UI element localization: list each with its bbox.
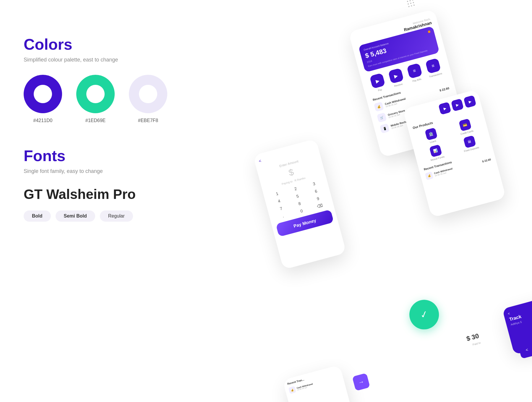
weight-semi-bold[interactable]: Semi Bold — [56, 210, 95, 222]
mockup-scene: Welcome Back, Ramakrishnan Overall Accou… — [160, 0, 532, 402]
arrow-button-1[interactable]: → — [352, 373, 370, 391]
rotation-wrapper: Welcome Back, Ramakrishnan Overall Accou… — [127, 0, 532, 402]
font-name: GT Walsheim Pro — [24, 186, 177, 202]
swatch-green: #1ED69E — [76, 75, 115, 123]
dot-6 — [413, 2, 414, 3]
action-pay-bills[interactable]: ≡ Pay Bills — [406, 63, 424, 83]
tx-amount-0: $ 22.60 — [439, 86, 450, 92]
colors-title: Colors — [24, 35, 177, 53]
dots-pattern — [407, 0, 415, 7]
product-action-2[interactable]: ▶ — [451, 98, 464, 111]
tx-icon-1: 🛒 — [377, 113, 387, 123]
loans-icon[interactable]: 🏦 — [424, 127, 437, 140]
dot-8 — [411, 5, 412, 7]
tx-icon-2: 📱 — [379, 123, 390, 133]
phone-pay: < Enter Amount $ Paying to R Ramku 1 2 3 — [253, 139, 346, 270]
dot-9 — [413, 4, 415, 6]
action-pay[interactable]: ▶ Pay — [369, 73, 387, 93]
pay-label: Pay — [378, 88, 382, 92]
paid-to-label: Paid to — [472, 341, 481, 346]
checkmark-icon: ✓ — [419, 308, 429, 321]
receive-icon: ▶ — [388, 68, 404, 84]
font-weights: Bold Semi Bold Regular — [24, 210, 177, 222]
loans-label: Loans — [429, 140, 436, 144]
swatch-label-purple: #4211D0 — [33, 118, 53, 123]
dot-4 — [408, 3, 409, 5]
dot-7 — [408, 6, 410, 7]
dot-3 — [412, 0, 413, 1]
products-tx-icon: 💰 — [425, 171, 434, 180]
mutual-icon[interactable]: 📊 — [429, 144, 442, 157]
credit-icon[interactable]: 💳 — [458, 119, 471, 132]
action-transactions[interactable]: ≡ Transactions — [425, 58, 442, 78]
phone-mini-tx: Recent Tran... 💰 Cash Withdrawal 10:30 1… — [283, 365, 352, 402]
dot-2 — [409, 0, 411, 1]
pay-header-area: < Enter Amount $ Paying to R Ramku 1 2 3 — [253, 139, 334, 223]
transactions-icon: ≡ — [425, 58, 441, 74]
weight-bold[interactable]: Bold — [24, 210, 51, 222]
swatch-ring-green — [76, 75, 115, 113]
phone-products: ▶ ▶ ▶ Our Products 🏦 Loans 💳 Credit Card… — [403, 89, 506, 218]
pay-icon: ▶ — [369, 73, 385, 89]
products-tx-amount: $ 22.60 — [482, 158, 492, 163]
action-receive[interactable]: ▶ Receive — [388, 68, 405, 88]
pay-bills-label: Pay Bills — [412, 78, 422, 83]
tx-icon-0: 💰 — [374, 102, 384, 112]
swatch-ring-purple — [24, 75, 62, 113]
mini-tx-icon-1: 💰 — [288, 386, 296, 394]
dot-1 — [407, 1, 408, 2]
receive-label: Receive — [394, 83, 403, 87]
colors-subtitle: Simplified colour palette, east to chang… — [24, 57, 177, 63]
product-action-3[interactable]: ▶ — [463, 95, 476, 108]
swatch-label-green: #1ED69E — [85, 118, 106, 123]
pay-bills-icon: ≡ — [406, 63, 422, 79]
product-action-1[interactable]: ▶ — [438, 102, 451, 115]
fixed-icon[interactable]: 🏛 — [463, 135, 476, 148]
transactions-label: Transactions — [429, 72, 442, 78]
dot-5 — [410, 3, 412, 4]
floating-amount-30: $ 30 — [466, 332, 480, 343]
green-checkmark-circle: ✓ — [406, 296, 442, 333]
weight-regular[interactable]: Regular — [100, 210, 133, 222]
swatch-purple: #4211D0 — [24, 75, 62, 123]
